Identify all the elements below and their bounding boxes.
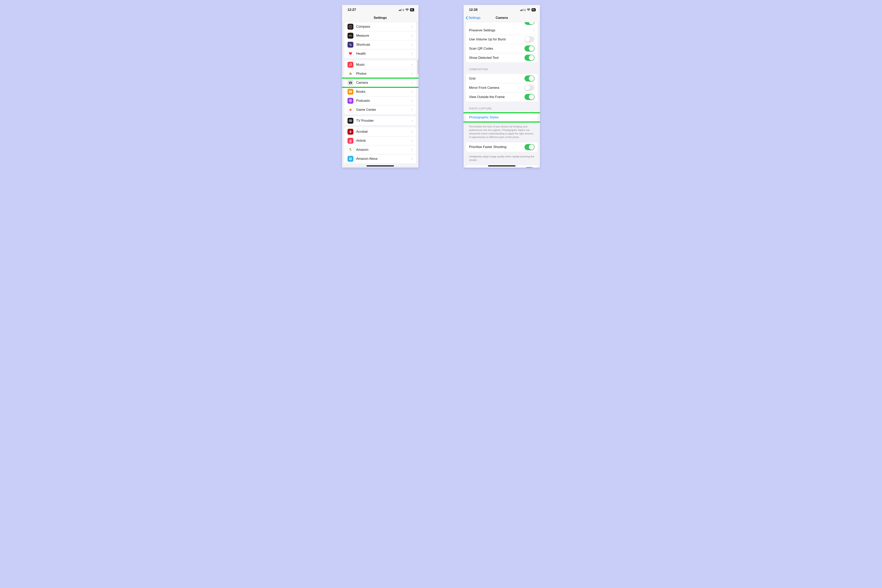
books-icon (348, 89, 353, 94)
settings-row-camera[interactable]: Camera› (344, 78, 416, 87)
svg-rect-7 (350, 44, 352, 46)
row-label: Photos (356, 72, 409, 76)
airbnb-icon (348, 138, 353, 144)
shortcuts-icon (348, 42, 353, 48)
row-view-outside-the-frame[interactable]: View Outside the Frame (466, 92, 538, 102)
settings-row-measure[interactable]: Measure› (344, 31, 416, 40)
compass-icon (348, 24, 353, 30)
tvprovider-icon (348, 118, 353, 124)
settings-row-gamecenter[interactable]: Game Center› (344, 105, 416, 114)
photos-icon (348, 71, 353, 76)
row-label: Books (356, 90, 409, 94)
toggle[interactable] (525, 55, 534, 61)
svg-rect-2 (349, 35, 352, 36)
settings-row-health[interactable]: Health› (344, 49, 416, 58)
row-label: Measure (356, 34, 409, 38)
phone-settings: 12:27 ▯ 91 Settings Compass›Measure›Shor… (342, 5, 418, 168)
wifi-icon (527, 9, 530, 11)
settings-row-compass[interactable]: Compass› (344, 22, 416, 31)
toggle[interactable] (525, 85, 534, 91)
status-bar: 12:28 ▯ 91 (464, 5, 540, 14)
svg-point-19 (350, 100, 351, 101)
row-mirror-front-camera[interactable]: Mirror Front Camera (466, 83, 538, 92)
music-icon (348, 62, 353, 68)
label-prioritise: Prioritise Faster Shooting (469, 145, 522, 149)
row-label: Preserve Settings (469, 28, 530, 32)
wifi-icon (405, 9, 409, 11)
gamecenter-icon (348, 107, 353, 113)
row-show-detected-text[interactable]: Show Detected Text (466, 53, 538, 62)
toggle[interactable] (525, 36, 534, 42)
acrobat-icon (348, 129, 353, 135)
settings-row-airbnb[interactable]: Airbnb› (344, 136, 416, 145)
page-title: Settings (374, 16, 387, 20)
row-label: Health (356, 52, 409, 56)
toggle[interactable] (525, 45, 534, 51)
home-indicator (366, 165, 394, 166)
navbar: Settings (342, 14, 418, 22)
row-label: Acrobat (356, 130, 409, 134)
toggle-prioritise[interactable] (525, 144, 534, 150)
settings-list[interactable]: Compass›Measure›Shortcuts›Health› Music›… (342, 22, 418, 168)
row-label: Show Detected Text (469, 56, 522, 60)
row-label: Amazon Alexa (356, 157, 409, 161)
svg-point-12 (351, 73, 352, 75)
row-label: Podcasts (356, 99, 409, 103)
scroll-indicator (418, 59, 418, 74)
amazon-icon (348, 147, 353, 153)
page-title: Camera (496, 16, 508, 20)
back-label: Settings (468, 16, 480, 20)
row-label: Use Volume Up for Burst (469, 38, 522, 41)
settings-row-podcasts[interactable]: Podcasts› (344, 96, 416, 105)
settings-row-photos[interactable]: Photos› (344, 69, 416, 78)
battery-indicator: 91 (410, 8, 414, 11)
toggle[interactable] (525, 94, 534, 100)
status-time: 12:28 (469, 8, 477, 12)
sim2-icon: ▯ (525, 9, 526, 11)
partial-row-above (466, 22, 538, 26)
row-prioritise-faster-shooting[interactable]: Prioritise Faster Shooting (466, 142, 538, 152)
back-button[interactable]: Settings (465, 16, 480, 20)
row-label: Game Center (356, 108, 409, 112)
settings-row-music[interactable]: Music› (344, 60, 416, 69)
phone-camera-settings: 12:28 ▯ 91 Settings Camera (464, 5, 540, 168)
settings-row-tvprovider[interactable]: TV Provider› (344, 116, 416, 125)
footer-photographic-styles: Personalise the look of your photos by b… (464, 124, 540, 139)
settings-row-acrobat[interactable]: Acrobat› (344, 127, 416, 136)
row-grid[interactable]: Grid (466, 74, 538, 83)
row-label: Camera (356, 81, 409, 85)
status-time: 12:27 (348, 8, 356, 12)
svg-point-8 (349, 65, 350, 66)
cellular-signal-icon (520, 9, 524, 11)
svg-point-22 (350, 110, 351, 111)
row-preserve-settings[interactable]: Preserve Settings› (466, 26, 538, 35)
sim2-icon: ▯ (403, 9, 404, 11)
navbar: Settings Camera (464, 14, 540, 22)
row-scan-qr-codes[interactable]: Scan QR Codes (466, 44, 538, 53)
row-label: Compass (356, 25, 409, 28)
toggle-lens-correction[interactable] (525, 167, 534, 168)
toggle[interactable] (525, 75, 534, 81)
row-use-volume-up-for-burst[interactable]: Use Volume Up for Burst (466, 35, 538, 44)
battery-indicator: 91 (531, 8, 536, 11)
svg-point-23 (350, 108, 351, 110)
section-header-composition: Composition (464, 64, 540, 72)
row-label: Mirror Front Camera (469, 86, 522, 90)
link-photographic-styles: Photographic Styles (469, 116, 534, 119)
svg-point-9 (351, 64, 352, 66)
row-photographic-styles[interactable]: Photographic Styles (466, 113, 538, 122)
svg-point-14 (350, 82, 351, 84)
svg-marker-1 (350, 26, 351, 28)
toggle-partial[interactable] (525, 22, 534, 25)
settings-row-books[interactable]: Books› (344, 87, 416, 96)
row-label: Scan QR Codes (469, 46, 522, 51)
row-label: Grid (469, 76, 522, 81)
svg-rect-15 (350, 81, 351, 82)
camera-settings-body[interactable]: Preserve Settings›Use Volume Up for Burs… (464, 22, 540, 168)
settings-row-amazon[interactable]: Amazon› (344, 145, 416, 154)
settings-row-shortcuts[interactable]: Shortcuts› (344, 40, 416, 49)
home-indicator (488, 165, 516, 166)
health-icon (348, 51, 353, 57)
podcasts-icon (348, 98, 353, 104)
settings-row-alexa[interactable]: Amazon Alexa› (344, 154, 416, 163)
